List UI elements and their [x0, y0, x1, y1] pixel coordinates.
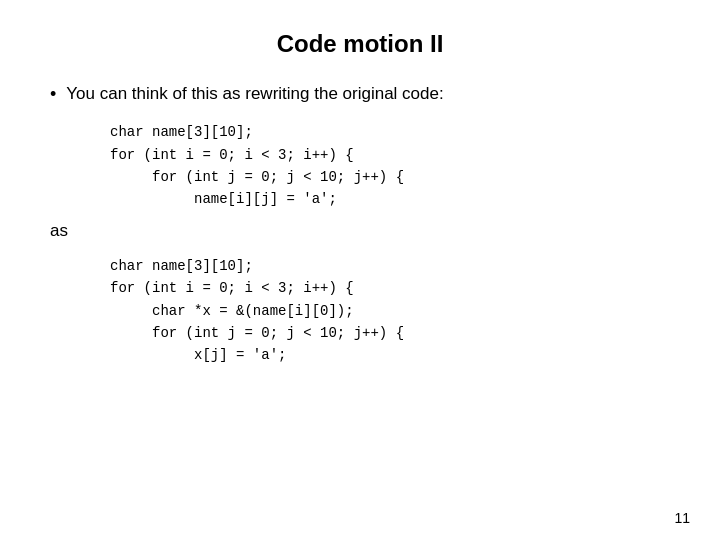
bullet-point: • You can think of this as rewriting the… — [50, 82, 670, 107]
bullet-text: You can think of this as rewriting the o… — [66, 82, 443, 106]
bullet-dot: • — [50, 82, 56, 107]
slide-number: 11 — [674, 510, 690, 526]
slide: Code motion II • You can think of this a… — [0, 0, 720, 540]
code-block-1: char name[3][10]; for (int i = 0; i < 3;… — [110, 121, 670, 211]
as-label: as — [50, 221, 670, 241]
code-block-2: char name[3][10]; for (int i = 0; i < 3;… — [110, 255, 670, 367]
slide-title: Code motion II — [50, 30, 670, 58]
